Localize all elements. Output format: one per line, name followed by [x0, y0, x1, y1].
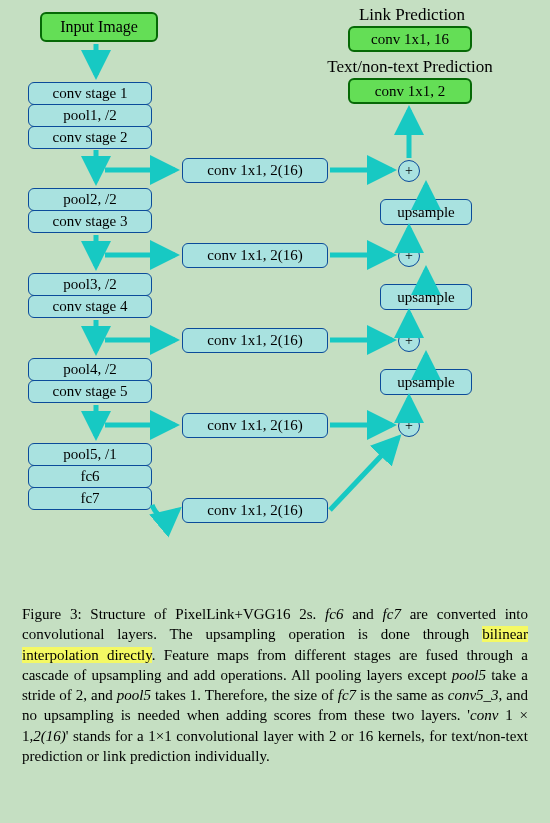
- conv-mid-1: conv 1x1, 2(16): [182, 158, 328, 183]
- cap-p5: pool5: [452, 667, 486, 683]
- cap-lead: Figure 3: Structure of PixelLink+VGG16 2…: [22, 606, 325, 622]
- cap-conv: conv: [470, 707, 498, 723]
- plus-1: +: [398, 160, 420, 182]
- svg-line-13: [330, 438, 398, 510]
- cap-fc6: fc6: [325, 606, 343, 622]
- conv-mid-5: conv 1x1, 2(16): [182, 498, 328, 523]
- figure-caption: Figure 3: Structure of PixelLink+VGG16 2…: [22, 604, 528, 766]
- stack-stage12: conv stage 1 pool1, /2 conv stage 2: [28, 82, 152, 149]
- stack-fc: pool5, /1 fc6 fc7: [28, 443, 152, 510]
- stage2-label: conv stage 2: [28, 126, 152, 149]
- stage5-label: conv stage 5: [28, 380, 152, 403]
- fc6-label: fc6: [28, 465, 152, 488]
- fc7-label: fc7: [28, 487, 152, 510]
- stage1-label: conv stage 1: [28, 82, 152, 105]
- cap-and: and: [343, 606, 382, 622]
- stack-stage5: pool4, /2 conv stage 5: [28, 358, 152, 403]
- stage3-label: conv stage 3: [28, 210, 152, 233]
- cap-fc7: fc7: [383, 606, 401, 622]
- plus-3: +: [398, 330, 420, 352]
- cap-p5b: pool5: [117, 687, 151, 703]
- link-pred-title: Link Prediction: [312, 5, 512, 25]
- conv-mid-3: conv 1x1, 2(16): [182, 328, 328, 353]
- cap-t8: ' stands for a 1×1 convolutional layer w…: [22, 728, 528, 764]
- stack-stage3: pool2, /2 conv stage 3: [28, 188, 152, 233]
- cap-c53: conv5_3: [448, 687, 499, 703]
- pool1-label: pool1, /2: [28, 104, 152, 127]
- upsample-2: upsample: [380, 284, 472, 310]
- pool2-label: pool2, /2: [28, 188, 152, 211]
- pool3-label: pool3, /2: [28, 273, 152, 296]
- cap-two16: ,2(16): [30, 728, 66, 744]
- plus-4: +: [398, 415, 420, 437]
- text-pred-box: conv 1x1, 2: [348, 78, 472, 104]
- upsample-3: upsample: [380, 369, 472, 395]
- conv-mid-4: conv 1x1, 2(16): [182, 413, 328, 438]
- upsample-1: upsample: [380, 199, 472, 225]
- text-pred-title: Text/non-text Prediction: [285, 57, 535, 77]
- conv-mid-2: conv 1x1, 2(16): [182, 243, 328, 268]
- cap-t5: is the same as: [356, 687, 448, 703]
- input-image-box: Input Image: [40, 12, 158, 42]
- link-pred-box: conv 1x1, 16: [348, 26, 472, 52]
- cap-fc7b: fc7: [338, 687, 356, 703]
- cap-t4: takes 1. Therefore, the size of: [151, 687, 338, 703]
- diagram-canvas: Input Image Link Prediction conv 1x1, 16…: [0, 0, 550, 580]
- pool5-label: pool5, /1: [28, 443, 152, 466]
- stack-stage4: pool3, /2 conv stage 4: [28, 273, 152, 318]
- plus-2: +: [398, 245, 420, 267]
- pool4-label: pool4, /2: [28, 358, 152, 381]
- stage4-label: conv stage 4: [28, 295, 152, 318]
